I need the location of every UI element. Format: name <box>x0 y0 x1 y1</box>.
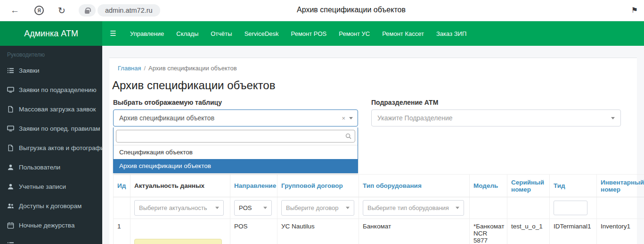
chevron-down-icon <box>346 207 350 209</box>
breadcrumb-current: Архив спецификации объектов <box>148 65 237 72</box>
dropdown-option-arhiv-specifikacii[interactable]: Архив спецификации объектов <box>114 159 358 173</box>
sidebar-item-label: Пользователи <box>19 164 60 171</box>
breadcrumb-separator: / <box>144 65 146 72</box>
page-title: Архив спецификации объектов <box>112 79 275 92</box>
breadcrumb: Главная/Архив спецификации объектов <box>118 65 237 72</box>
nav-item-otchety[interactable]: Отчёты <box>204 30 238 37</box>
col-header-serial[interactable]: Серийный номер <box>507 175 550 197</box>
cell-serial: test_u_o_1 <box>507 219 550 244</box>
chevron-down-icon <box>611 117 615 119</box>
actuality-filter-select[interactable]: Выберите актуальность <box>134 200 224 216</box>
calendar-icon <box>7 222 14 229</box>
lock-icon <box>85 10 90 14</box>
sidebar-item-nochnye-dezhurstva[interactable]: Ночные дежурства <box>0 216 102 235</box>
division-picker-combobox[interactable]: Укажите Подразделение <box>371 109 621 126</box>
breadcrumb-home-link[interactable]: Главная <box>118 65 141 72</box>
dropdown-search-wrap <box>114 127 358 145</box>
sidebar-item-polzovateli[interactable]: Пользователи <box>0 158 102 177</box>
filter-cell-equipment: Выберите тип оборудования <box>359 197 470 219</box>
col-header-id[interactable]: Ид <box>114 175 130 197</box>
user-icon <box>7 183 14 190</box>
sidebar-section-label: Руководителю <box>0 46 102 61</box>
sidebar-item-partial[interactable] <box>0 235 102 244</box>
dropdown-options: Спецификация объектов Архив спецификации… <box>114 145 358 173</box>
content-area: Главная/Архив спецификации объектов Архи… <box>102 46 644 244</box>
col-header-inventory[interactable]: Инвентарный номер <box>597 175 644 197</box>
monitor-icon <box>7 125 14 132</box>
spec-table: Ид Актуальность данных Направление Групп… <box>113 174 644 244</box>
filter-cell-inventory <box>597 197 644 219</box>
table-row[interactable]: 1 POS УС Nautilus Банкомат *Банкомат NCR… <box>114 219 644 244</box>
filter-row: Выберите актуальность POS <box>114 197 644 219</box>
col-header-equipment[interactable]: Тип оборудования <box>359 175 470 197</box>
users-icon <box>7 202 14 210</box>
browser-bar: ← Я ↻ admin.atm72.ru Архив спецификации … <box>0 0 644 21</box>
dropdown-search-input[interactable] <box>116 130 355 143</box>
user-icon <box>7 164 14 171</box>
nav-item-remont-pos[interactable]: Ремонт POS <box>285 30 333 37</box>
cell-contract: УС Nautilus <box>277 219 359 244</box>
header-row: Ид Актуальность данных Направление Групп… <box>114 175 644 197</box>
file-icon <box>7 144 14 151</box>
nav-item-zakaz-zip[interactable]: Заказ ЗИП <box>430 30 473 37</box>
col-header-tid[interactable]: Тид <box>550 175 597 197</box>
sidebar-item-label: Учетные записи <box>19 183 66 190</box>
sidebar-toggle-icon[interactable]: ☰ <box>102 29 124 38</box>
dropdown-option-specifikaciya[interactable]: Спецификация объектов <box>114 145 358 159</box>
nav-item-servicedesk[interactable]: ServiceDesk <box>238 30 285 37</box>
sidebar: Руководителю Заявки Заявки по подразделе… <box>0 46 102 244</box>
list-icon <box>7 241 14 244</box>
lock-chip[interactable] <box>79 4 96 17</box>
bookmark-icon[interactable]: ⚑ <box>631 6 638 15</box>
equipment-filter-select[interactable]: Выберите тип оборудования <box>363 200 464 216</box>
table-picker-combobox[interactable]: Архив спецификации объектов × <box>113 109 358 126</box>
nav-item-sklady[interactable]: Склады <box>170 30 204 37</box>
sidebar-item-uchetnye-zapisi[interactable]: Учетные записи <box>0 177 102 196</box>
nav-item-remont-us[interactable]: Ремонт УС <box>333 30 376 37</box>
table-picker-dropdown: Спецификация объектов Архив спецификации… <box>113 127 358 173</box>
yandex-icon[interactable]: Я <box>34 6 44 15</box>
sidebar-item-label: Доступы к договорам <box>19 202 82 210</box>
sidebar-item-label: Выгрузка актов и фотографий <box>19 144 102 151</box>
filter-cell-actuality: Выберите актуальность <box>130 197 230 219</box>
content-box: Главная/Архив спецификации объектов Архи… <box>109 58 637 244</box>
nav-item-upravlenie[interactable]: Управление <box>124 30 170 37</box>
sidebar-item-dostupy-k-dogovoram[interactable]: Доступы к договорам <box>0 196 102 216</box>
sidebar-item-zayavki-po-pravilam[interactable]: Заявки по опред. правилам <box>0 119 102 138</box>
filter-cell-model <box>470 197 507 219</box>
spec-table-wrap: Ид Актуальность данных Направление Групп… <box>113 174 644 244</box>
col-header-contract[interactable]: Групповой договор <box>277 175 359 197</box>
tid-filter-input[interactable] <box>554 201 587 215</box>
address-bar[interactable]: admin.atm72.ru <box>98 4 160 17</box>
division-picker-label: Подразделение АТМ <box>371 99 621 106</box>
clear-selection-icon[interactable]: × <box>338 115 349 122</box>
screen: ← Я ↻ admin.atm72.ru Архив спецификации … <box>0 0 644 244</box>
app-header: Админка АТМ ☰ Управление Склады Отчёты S… <box>0 21 644 46</box>
top-navbar: ☰ Управление Склады Отчёты ServiceDesk Р… <box>102 21 644 46</box>
sidebar-item-massovaya-zagruzka[interactable]: Массовая загрузка заявок <box>0 100 102 119</box>
sidebar-item-vygruzka-aktov[interactable]: Выгрузка актов и фотографий <box>0 138 102 158</box>
sidebar-item-zayavki-po-podrazdeleniyu[interactable]: Заявки по подразделению <box>0 80 102 100</box>
direction-filter-select[interactable]: POS <box>234 200 272 216</box>
chevron-down-icon <box>456 207 459 209</box>
division-picker-placeholder: Укажите Подразделение <box>377 114 453 122</box>
sidebar-item-label: Массовая загрузка заявок <box>19 106 96 113</box>
contract-filter-select[interactable]: Выберите договор <box>281 200 354 216</box>
nav-item-remont-kasset[interactable]: Ремонт Кассет <box>376 30 430 37</box>
col-header-model[interactable]: Модель <box>470 175 507 197</box>
search-icon <box>345 133 351 141</box>
sidebar-item-zayavki[interactable]: Заявки <box>0 61 102 80</box>
sidebar-item-label: Заявки по опред. правилам <box>19 125 100 132</box>
browser-page-title: Архив спецификации объектов <box>297 6 406 14</box>
app-brand[interactable]: Админка АТМ <box>0 21 102 46</box>
back-icon[interactable]: ← <box>10 5 19 16</box>
cell-equipment: Банкомат <box>359 219 470 244</box>
direction-filter-value: POS <box>239 204 252 211</box>
refresh-icon[interactable]: ↻ <box>58 5 65 16</box>
col-header-direction[interactable]: Направление <box>230 175 277 197</box>
filter-cell-tid <box>550 197 597 219</box>
actuality-value-select[interactable] <box>134 239 222 244</box>
table-picker-selected-value: Архив спецификации объектов <box>119 114 214 122</box>
chevron-down-icon <box>263 207 267 209</box>
cell-id: 1 <box>114 219 130 244</box>
